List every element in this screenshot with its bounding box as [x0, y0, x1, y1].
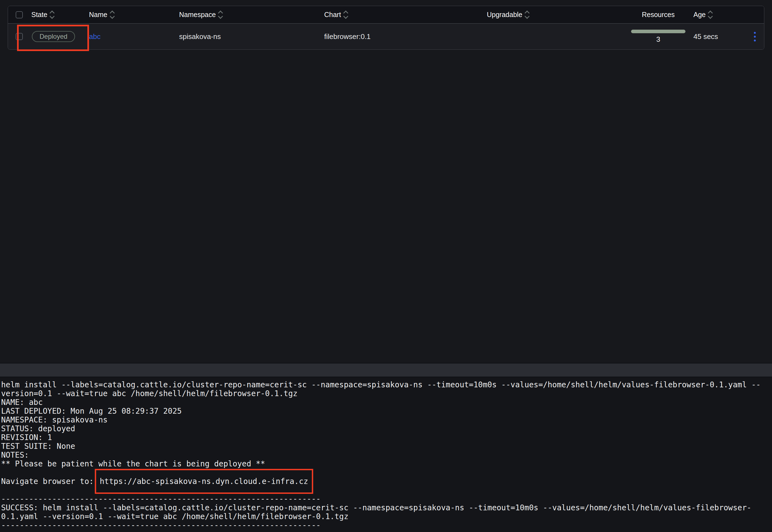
column-label-age: Age [693, 11, 706, 19]
namespace-cell: spisakova-ns [179, 32, 324, 41]
column-header-upgradable[interactable]: Upgradable [487, 11, 627, 19]
terminal-line: NAMESPACE: spisakova-ns [1, 416, 772, 424]
table-header-row: State Name Namespace Chart Upgradable Re… [8, 6, 764, 24]
terminal-line: TEST SUITE: None [1, 442, 772, 451]
column-header-state[interactable]: State [31, 11, 89, 19]
sort-icon [525, 11, 529, 18]
select-all-checkbox[interactable] [16, 11, 23, 18]
terminal-line: ----------------------------------------… [1, 495, 772, 503]
terminal-line: STATUS: deployed [1, 424, 772, 433]
sort-icon [50, 11, 54, 18]
terminal-line: ----------------------------------------… [1, 521, 772, 530]
column-label-state: State [31, 11, 47, 19]
column-header-name[interactable]: Name [89, 11, 179, 19]
terminal-navigate-line: Navigate browser to: https://abc-spisako… [1, 477, 772, 486]
resources-progress-bar [631, 30, 686, 33]
terminal-line: version=0.1 --wait=true abc /home/shell/… [1, 389, 772, 398]
column-label-namespace: Namespace [179, 11, 216, 19]
state-cell: Deployed [31, 31, 89, 42]
terminal-line: helm install --labels=catalog.cattle.io/… [1, 380, 772, 389]
sort-icon [110, 11, 114, 18]
table-row: Deployed abc spisakova-ns filebrowser:0.… [8, 24, 764, 49]
column-header-age[interactable]: Age [690, 11, 745, 19]
actions-cell [745, 32, 765, 41]
terminal-line: NAME: abc [1, 398, 772, 407]
panel-resize-handle[interactable] [0, 363, 772, 377]
apps-page: State Name Namespace Chart Upgradable Re… [0, 0, 772, 532]
column-label-resources: Resources [642, 11, 675, 19]
column-header-namespace[interactable]: Namespace [179, 11, 324, 19]
column-label-chart: Chart [324, 11, 341, 19]
terminal-line: ** Please be patient while the chart is … [1, 460, 772, 468]
name-cell: abc [89, 32, 179, 41]
state-badge: Deployed [32, 31, 75, 42]
releases-table: State Name Namespace Chart Upgradable Re… [8, 6, 764, 50]
sort-icon [219, 11, 222, 18]
terminal-line: SUCCESS: helm install --labels=catalog.c… [1, 503, 772, 512]
sort-icon [709, 11, 712, 18]
column-label-name: Name [89, 11, 107, 19]
terminal-line: LAST DEPLOYED: Mon Aug 25 08:29:37 2025 [1, 407, 772, 416]
terminal-line: REVISION: 1 [1, 433, 772, 442]
resources-cell: 3 [627, 30, 690, 44]
resources-count: 3 [656, 35, 660, 44]
terminal-output: helm install --labels=catalog.cattle.io/… [0, 377, 772, 532]
column-header-resources: Resources [627, 11, 690, 19]
terminal-line: NOTES: [1, 451, 772, 460]
sort-icon [344, 11, 348, 18]
kebab-menu-icon[interactable] [754, 32, 756, 41]
header-checkbox-cell [8, 11, 31, 18]
navigate-prefix-text: Navigate browser to: [1, 477, 98, 486]
row-checkbox[interactable] [16, 33, 23, 40]
age-cell: 45 secs [690, 32, 745, 41]
column-header-chart[interactable]: Chart [324, 11, 487, 19]
release-name-link[interactable]: abc [89, 32, 100, 41]
column-label-upgradable: Upgradable [487, 11, 522, 19]
chart-cell: filebrowser:0.1 [324, 32, 487, 41]
row-checkbox-cell [8, 33, 31, 40]
deployment-url[interactable]: https://abc-spisakova-ns.dyn.cloud.e-inf… [95, 469, 313, 494]
terminal-line: 0.1.yaml --version=0.1 --wait=true abc /… [1, 512, 772, 521]
